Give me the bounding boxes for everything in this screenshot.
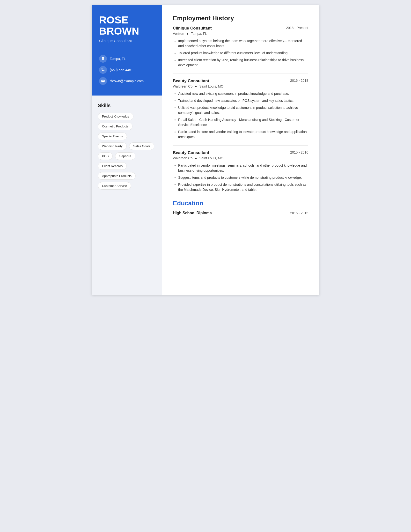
skill-tag: Cosmetic Products [98, 123, 132, 130]
education-section-title: Education [173, 200, 308, 207]
job-entry: Clinique Consultant2018 - PresentVerizon… [173, 26, 308, 68]
job-dates: 2016 - 2018 [290, 79, 308, 83]
section-divider [173, 74, 308, 74]
skill-tag: POS [98, 152, 113, 160]
job-title: Beauty Consultant [173, 150, 209, 155]
location-icon [99, 55, 107, 63]
phone-text: (650) 555-4451 [110, 68, 133, 72]
education-container: High School Diploma2015 - 2015 [173, 211, 308, 215]
skill-tag: Special Events [98, 133, 127, 140]
email-text: rbrown@example.com [110, 79, 144, 83]
main-content: Employment History Clinique Consultant20… [162, 5, 319, 295]
skill-tag: Product Knowledge [98, 113, 133, 120]
skills-heading: Skills [98, 103, 156, 108]
job-bullets: Implemented a system helping the team wo… [173, 38, 308, 68]
employment-section-title: Employment History [173, 15, 308, 22]
skill-tag: Client Records [98, 162, 127, 170]
job-bullet-item: Tailored product knowledge to different … [178, 50, 308, 56]
skills-list: Product KnowledgeCosmetic ProductsSpecia… [98, 113, 156, 190]
job-dates: 2015 - 2016 [290, 150, 308, 154]
candidate-name: ROSE BROWN [99, 15, 155, 37]
job-bullet-item: Participated in vendor meetings, seminar… [178, 163, 308, 173]
resume-container: ROSE BROWN Clinique Consultant Tampa, FL [92, 5, 319, 295]
edu-degree: High School Diploma [173, 211, 212, 215]
job-header: Beauty Consultant2016 - 2018 [173, 79, 308, 83]
job-header: Beauty Consultant2015 - 2016 [173, 150, 308, 155]
jobs-container: Clinique Consultant2018 - PresentVerizon… [173, 26, 308, 192]
job-dates: 2018 - Present [286, 26, 308, 30]
job-bullet-item: Increased client retention by 20%, retai… [178, 57, 308, 68]
job-title: Beauty Consultant [173, 79, 209, 83]
job-bullet-item: Provided expertise in product demonstrat… [178, 182, 308, 192]
phone-icon [99, 66, 107, 74]
job-company: Walgreen Co ● Saint Louis, MO [173, 156, 308, 160]
job-bullet-item: Trained and developed new associates on … [178, 98, 308, 103]
job-bullet-item: Suggest items and products to customers … [178, 175, 308, 180]
job-bullet-item: Retail Sales - Cash Handling Accuracy - … [178, 117, 308, 127]
education-entry: High School Diploma2015 - 2015 [173, 211, 308, 215]
skill-tag: Sephora [115, 152, 135, 160]
job-bullet-item: Implemented a system helping the team wo… [178, 38, 308, 49]
job-bullet-item: Assisted new and existing customers in p… [178, 91, 308, 96]
sidebar: ROSE BROWN Clinique Consultant Tampa, FL [92, 5, 162, 295]
job-bullets: Participated in vendor meetings, seminar… [173, 163, 308, 192]
skill-tag: Wedding Party [98, 142, 127, 150]
contact-section: Tampa, FL (650) 555-4451 rbrown@example.… [92, 50, 162, 95]
sidebar-lower: Skills Product KnowledgeCosmetic Product… [92, 95, 162, 295]
skill-tag: Sales Goals [129, 142, 154, 150]
job-company: Verizon ● Tampa, FL [173, 32, 308, 36]
job-entry: Beauty Consultant2016 - 2018Walgreen Co … [173, 74, 308, 140]
section-divider [173, 145, 308, 146]
contact-phone: (650) 555-4451 [99, 66, 155, 74]
location-text: Tampa, FL [110, 57, 126, 61]
job-bullet-item: Utilized vast product knowledge to aid c… [178, 105, 308, 115]
job-bullets: Assisted new and existing customers in p… [173, 91, 308, 140]
employment-section: Employment History Clinique Consultant20… [173, 15, 308, 192]
edu-dates: 2015 - 2015 [290, 211, 308, 215]
job-company: Walgreen Co ● Saint Louis, MO [173, 84, 308, 88]
job-title: Clinique Consultant [173, 26, 212, 31]
job-entry: Beauty Consultant2015 - 2016Walgreen Co … [173, 145, 308, 192]
email-icon [99, 77, 107, 85]
contact-email: rbrown@example.com [99, 77, 155, 85]
job-header: Clinique Consultant2018 - Present [173, 26, 308, 31]
education-section: Education High School Diploma2015 - 2015 [173, 200, 308, 215]
skill-tag: Customer Service [98, 182, 131, 190]
edu-header: High School Diploma2015 - 2015 [173, 211, 308, 215]
skill-tag: Appropriate Products [98, 172, 136, 180]
contact-location: Tampa, FL [99, 55, 155, 63]
job-bullet-item: Participated in store and vendor trainin… [178, 129, 308, 140]
candidate-title: Clinique Consultant [99, 39, 155, 43]
sidebar-header: ROSE BROWN Clinique Consultant [92, 5, 162, 50]
